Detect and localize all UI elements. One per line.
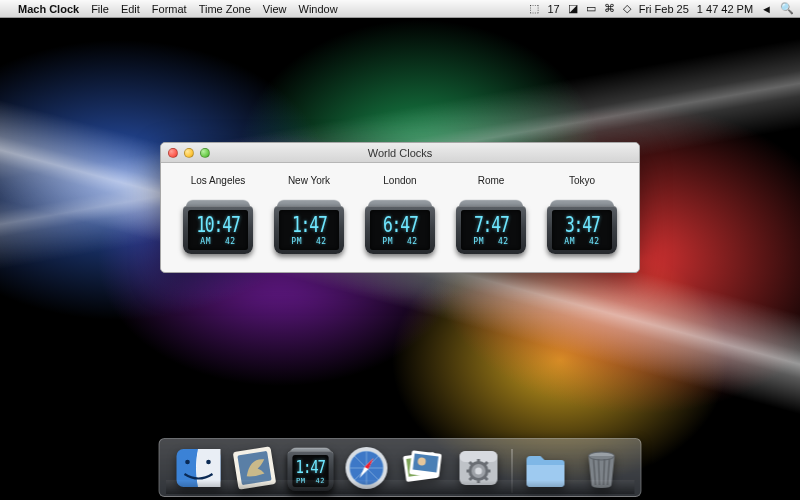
clocks-row: Los Angeles 10:47 AM 42 New York xyxy=(161,163,639,272)
clock-cube: 7:47 PM 42 xyxy=(456,196,526,254)
menubar: Mach Clock File Edit Format Time Zone Vi… xyxy=(0,0,800,18)
dock-mail-icon[interactable] xyxy=(230,443,280,493)
dock-system-preferences-icon[interactable] xyxy=(454,443,504,493)
city-label: London xyxy=(383,175,416,186)
svg-point-29 xyxy=(475,468,482,475)
svg-point-1 xyxy=(185,460,190,465)
city-label: Tokyo xyxy=(569,175,595,186)
menu-window[interactable]: Window xyxy=(299,3,338,15)
clock-cube: 10:47 AM 42 xyxy=(183,196,253,254)
menu-edit[interactable]: Edit xyxy=(121,3,140,15)
world-clocks-window[interactable]: World Clocks Los Angeles 10:47 AM 42 xyxy=(160,142,640,273)
clock-seconds: 42 xyxy=(316,237,327,246)
dock-mach-clock-icon[interactable]: 1:47 PM 42 xyxy=(286,443,336,493)
clock-los-angeles: Los Angeles 10:47 AM 42 xyxy=(175,169,261,254)
svg-rect-15 xyxy=(413,454,439,473)
city-label: Rome xyxy=(478,175,505,186)
close-button[interactable] xyxy=(168,148,178,158)
clock-ampm: PM xyxy=(473,237,484,246)
dock-safari-icon[interactable] xyxy=(342,443,392,493)
menu-format[interactable]: Format xyxy=(152,3,187,15)
svg-line-28 xyxy=(470,477,473,480)
bluetooth-icon[interactable]: ⌘ xyxy=(604,2,615,15)
minimize-button[interactable] xyxy=(184,148,194,158)
dock-clock-ampm: PM xyxy=(296,477,305,485)
volume-icon[interactable]: ◄ xyxy=(761,3,772,15)
clock-ampm: PM xyxy=(382,237,393,246)
window-title: World Clocks xyxy=(161,147,639,159)
clock-london: London 6:47 PM 42 xyxy=(357,169,443,254)
dock-clock-seconds: 42 xyxy=(316,477,325,485)
menu-time-zone[interactable]: Time Zone xyxy=(199,3,251,15)
badge-count[interactable]: 17 xyxy=(547,3,559,15)
clock-tokyo: Tokyo 3:47 AM 42 xyxy=(539,169,625,254)
clock-new-york: New York 1:47 PM 42 xyxy=(266,169,352,254)
svg-line-25 xyxy=(470,462,473,465)
window-titlebar[interactable]: World Clocks xyxy=(161,143,639,163)
display-icon[interactable]: ▭ xyxy=(586,2,596,15)
dock-finder-icon[interactable] xyxy=(174,443,224,493)
city-label: New York xyxy=(288,175,330,186)
clock-seconds: 42 xyxy=(225,237,236,246)
svg-point-2 xyxy=(206,460,211,465)
menu-file[interactable]: File xyxy=(91,3,109,15)
menu-view[interactable]: View xyxy=(263,3,287,15)
svg-line-26 xyxy=(485,477,488,480)
dock-documents-folder-icon[interactable] xyxy=(521,443,571,493)
clock-seconds: 42 xyxy=(589,237,600,246)
clock-time: 3:47 xyxy=(565,215,600,236)
adobe-status-icon[interactable]: ⬚ xyxy=(529,2,539,15)
menubar-time[interactable]: 1 47 42 PM xyxy=(697,3,753,15)
clock-cube: 6:47 PM 42 xyxy=(365,196,435,254)
dock-trash-icon[interactable] xyxy=(577,443,627,493)
clock-ampm: AM xyxy=(564,237,575,246)
wifi-icon[interactable]: ◇ xyxy=(623,2,631,15)
clock-time: 6:47 xyxy=(383,215,418,236)
spotlight-icon[interactable]: 🔍 xyxy=(780,2,794,15)
clock-ampm: AM xyxy=(200,237,211,246)
clock-cube: 3:47 AM 42 xyxy=(547,196,617,254)
zoom-button[interactable] xyxy=(200,148,210,158)
clock-rome: Rome 7:47 PM 42 xyxy=(448,169,534,254)
clock-cube: 1:47 PM 42 xyxy=(274,196,344,254)
clock-ampm: PM xyxy=(291,237,302,246)
menubar-date[interactable]: Fri Feb 25 xyxy=(639,3,689,15)
city-label: Los Angeles xyxy=(191,175,246,186)
dock: 1:47 PM 42 xyxy=(159,438,642,497)
clock-time: 10:47 xyxy=(196,215,239,236)
clock-time: 7:47 xyxy=(474,215,509,236)
dock-iphoto-icon[interactable] xyxy=(398,443,448,493)
dock-clock-time: 1:47 xyxy=(296,458,325,476)
dock-separator xyxy=(512,449,513,493)
svg-line-27 xyxy=(485,462,488,465)
clock-time: 1:47 xyxy=(292,215,327,236)
desktop: Mach Clock File Edit Format Time Zone Vi… xyxy=(0,0,800,500)
clock-seconds: 42 xyxy=(498,237,509,246)
clock-seconds: 42 xyxy=(407,237,418,246)
dropbox-icon[interactable]: ◪ xyxy=(568,2,578,15)
app-menu[interactable]: Mach Clock xyxy=(18,3,79,15)
